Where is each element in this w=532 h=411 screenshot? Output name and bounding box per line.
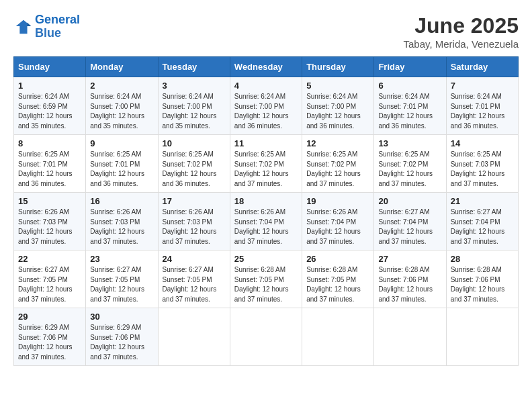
calendar-week-1: 1 Sunrise: 6:24 AMSunset: 6:59 PMDayligh… — [14, 77, 519, 135]
day-number: 4 — [234, 81, 298, 91]
calendar-cell: 23 Sunrise: 6:27 AMSunset: 7:05 PMDaylig… — [86, 250, 158, 308]
col-thursday: Thursday — [302, 57, 374, 77]
day-number: 3 — [163, 81, 226, 91]
cell-details: Sunrise: 6:24 AMSunset: 7:00 PMDaylight:… — [163, 93, 217, 130]
calendar-cell: 1 Sunrise: 6:24 AMSunset: 6:59 PMDayligh… — [14, 77, 86, 135]
cell-details: Sunrise: 6:25 AMSunset: 7:02 PMDaylight:… — [306, 150, 361, 187]
logo-line1: General — [35, 13, 80, 26]
cell-details: Sunrise: 6:26 AMSunset: 7:04 PMDaylight:… — [234, 208, 289, 245]
cell-details: Sunrise: 6:26 AMSunset: 7:03 PMDaylight:… — [163, 208, 217, 245]
cell-details: Sunrise: 6:25 AMSunset: 7:02 PMDaylight:… — [378, 150, 433, 187]
day-number: 25 — [234, 254, 298, 264]
cell-details: Sunrise: 6:28 AMSunset: 7:06 PMDaylight:… — [451, 266, 505, 303]
day-number: 21 — [451, 196, 514, 206]
day-number: 2 — [90, 81, 153, 91]
cell-details: Sunrise: 6:26 AMSunset: 7:04 PMDaylight:… — [306, 208, 361, 245]
day-number: 16 — [90, 196, 153, 206]
day-number: 24 — [163, 254, 226, 264]
calendar-cell: 27 Sunrise: 6:28 AMSunset: 7:06 PMDaylig… — [374, 250, 446, 308]
day-number: 7 — [451, 81, 514, 91]
calendar-cell: 4 Sunrise: 6:24 AMSunset: 7:00 PMDayligh… — [230, 77, 302, 135]
calendar-cell: 19 Sunrise: 6:26 AMSunset: 7:04 PMDaylig… — [302, 193, 374, 250]
calendar-cell: 5 Sunrise: 6:24 AMSunset: 7:00 PMDayligh… — [302, 77, 374, 135]
day-number: 17 — [163, 196, 226, 206]
day-number: 5 — [306, 81, 369, 91]
day-number: 22 — [18, 254, 81, 264]
calendar-cell: 26 Sunrise: 6:28 AMSunset: 7:05 PMDaylig… — [302, 250, 374, 308]
calendar-cell: 22 Sunrise: 6:27 AMSunset: 7:05 PMDaylig… — [14, 250, 86, 308]
svg-marker-0 — [16, 20, 31, 34]
calendar-cell: 17 Sunrise: 6:26 AMSunset: 7:03 PMDaylig… — [158, 193, 230, 250]
calendar-cell: 28 Sunrise: 6:28 AMSunset: 7:06 PMDaylig… — [446, 250, 518, 308]
col-saturday: Saturday — [446, 57, 518, 77]
calendar-cell: 6 Sunrise: 6:24 AMSunset: 7:01 PMDayligh… — [374, 77, 446, 135]
day-number: 18 — [234, 196, 298, 206]
calendar-cell — [230, 308, 302, 366]
cell-details: Sunrise: 6:24 AMSunset: 6:59 PMDaylight:… — [18, 93, 73, 130]
calendar-cell — [158, 308, 230, 366]
subtitle: Tabay, Merida, Venezuela — [404, 38, 519, 50]
day-number: 20 — [378, 196, 441, 206]
calendar-cell — [302, 308, 374, 366]
calendar-cell — [374, 308, 446, 366]
calendar-cell: 2 Sunrise: 6:24 AMSunset: 7:00 PMDayligh… — [86, 77, 158, 135]
calendar-cell: 16 Sunrise: 6:26 AMSunset: 7:03 PMDaylig… — [86, 193, 158, 250]
cell-details: Sunrise: 6:25 AMSunset: 7:03 PMDaylight:… — [451, 150, 505, 187]
calendar-cell: 3 Sunrise: 6:24 AMSunset: 7:00 PMDayligh… — [158, 77, 230, 135]
cell-details: Sunrise: 6:24 AMSunset: 7:00 PMDaylight:… — [234, 93, 289, 130]
col-friday: Friday — [374, 57, 446, 77]
calendar-cell: 29 Sunrise: 6:29 AMSunset: 7:06 PMDaylig… — [14, 308, 86, 366]
day-number: 19 — [306, 196, 369, 206]
cell-details: Sunrise: 6:24 AMSunset: 7:01 PMDaylight:… — [451, 93, 505, 130]
cell-details: Sunrise: 6:27 AMSunset: 7:05 PMDaylight:… — [18, 266, 73, 303]
calendar-cell: 12 Sunrise: 6:25 AMSunset: 7:02 PMDaylig… — [302, 135, 374, 193]
calendar-cell: 25 Sunrise: 6:28 AMSunset: 7:05 PMDaylig… — [230, 250, 302, 308]
calendar-cell: 10 Sunrise: 6:25 AMSunset: 7:02 PMDaylig… — [158, 135, 230, 193]
calendar-cell: 9 Sunrise: 6:25 AMSunset: 7:01 PMDayligh… — [86, 135, 158, 193]
calendar-week-3: 15 Sunrise: 6:26 AMSunset: 7:03 PMDaylig… — [14, 193, 519, 250]
day-number: 28 — [451, 254, 514, 264]
cell-details: Sunrise: 6:28 AMSunset: 7:06 PMDaylight:… — [378, 266, 433, 303]
cell-details: Sunrise: 6:24 AMSunset: 7:00 PMDaylight:… — [306, 93, 361, 130]
cell-details: Sunrise: 6:27 AMSunset: 7:05 PMDaylight:… — [163, 266, 217, 303]
cell-details: Sunrise: 6:26 AMSunset: 7:03 PMDaylight:… — [18, 208, 73, 245]
day-number: 27 — [378, 254, 441, 264]
cell-details: Sunrise: 6:25 AMSunset: 7:01 PMDaylight:… — [18, 150, 73, 187]
cell-details: Sunrise: 6:29 AMSunset: 7:06 PMDaylight:… — [90, 324, 144, 361]
calendar-cell: 21 Sunrise: 6:27 AMSunset: 7:04 PMDaylig… — [446, 193, 518, 250]
day-number: 29 — [18, 312, 81, 322]
day-number: 23 — [90, 254, 153, 264]
col-sunday: Sunday — [14, 57, 86, 77]
day-number: 10 — [163, 138, 226, 148]
cell-details: Sunrise: 6:24 AMSunset: 7:01 PMDaylight:… — [378, 93, 433, 130]
day-number: 9 — [90, 138, 153, 148]
calendar-week-4: 22 Sunrise: 6:27 AMSunset: 7:05 PMDaylig… — [14, 250, 519, 308]
cell-details: Sunrise: 6:28 AMSunset: 7:05 PMDaylight:… — [306, 266, 361, 303]
cell-details: Sunrise: 6:25 AMSunset: 7:01 PMDaylight:… — [90, 150, 144, 187]
cell-details: Sunrise: 6:28 AMSunset: 7:05 PMDaylight:… — [234, 266, 289, 303]
calendar-cell: 8 Sunrise: 6:25 AMSunset: 7:01 PMDayligh… — [14, 135, 86, 193]
logo-icon — [13, 17, 32, 36]
calendar-cell: 15 Sunrise: 6:26 AMSunset: 7:03 PMDaylig… — [14, 193, 86, 250]
cell-details: Sunrise: 6:29 AMSunset: 7:06 PMDaylight:… — [18, 324, 73, 361]
cell-details: Sunrise: 6:27 AMSunset: 7:04 PMDaylight:… — [378, 208, 433, 245]
cell-details: Sunrise: 6:27 AMSunset: 7:04 PMDaylight:… — [451, 208, 505, 245]
header: General Blue June 2025 Tabay, Merida, Ve… — [13, 13, 519, 50]
day-number: 12 — [306, 138, 369, 148]
logo: General Blue — [13, 13, 80, 40]
calendar-cell: 20 Sunrise: 6:27 AMSunset: 7:04 PMDaylig… — [374, 193, 446, 250]
calendar-header-row: Sunday Monday Tuesday Wednesday Thursday… — [14, 57, 519, 77]
logo-text: General Blue — [35, 13, 80, 40]
calendar-cell: 14 Sunrise: 6:25 AMSunset: 7:03 PMDaylig… — [446, 135, 518, 193]
calendar-cell: 24 Sunrise: 6:27 AMSunset: 7:05 PMDaylig… — [158, 250, 230, 308]
calendar-cell: 30 Sunrise: 6:29 AMSunset: 7:06 PMDaylig… — [86, 308, 158, 366]
calendar-cell: 18 Sunrise: 6:26 AMSunset: 7:04 PMDaylig… — [230, 193, 302, 250]
day-number: 13 — [378, 138, 441, 148]
day-number: 30 — [90, 312, 153, 322]
day-number: 6 — [378, 81, 441, 91]
cell-details: Sunrise: 6:24 AMSunset: 7:00 PMDaylight:… — [90, 93, 144, 130]
day-number: 26 — [306, 254, 369, 264]
calendar-week-5: 29 Sunrise: 6:29 AMSunset: 7:06 PMDaylig… — [14, 308, 519, 366]
cell-details: Sunrise: 6:26 AMSunset: 7:03 PMDaylight:… — [90, 208, 144, 245]
main-title: June 2025 — [404, 13, 519, 38]
